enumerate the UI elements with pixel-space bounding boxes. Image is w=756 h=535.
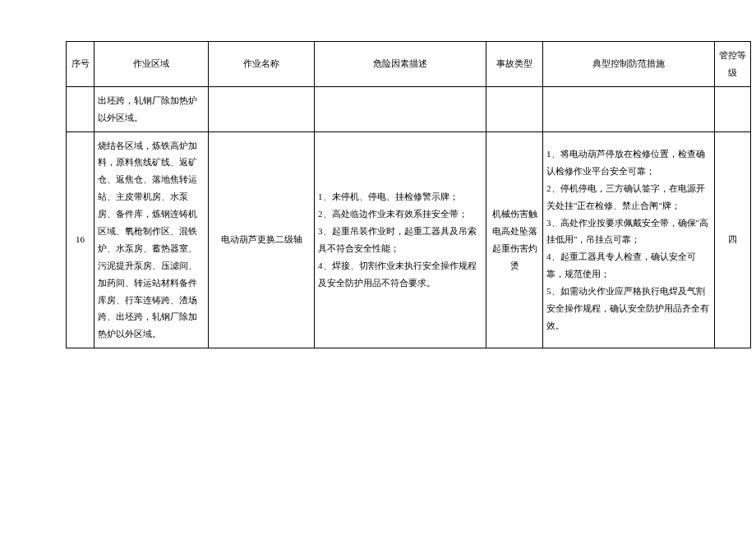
col-hazard: 危险因素描述: [315, 42, 486, 87]
cell-name: [209, 86, 315, 131]
cell-type: [486, 86, 543, 131]
col-measure: 典型控制防范措施: [543, 42, 715, 87]
cell-level: [715, 86, 751, 131]
cell-seq: 16: [67, 131, 94, 348]
cell-hazard: [315, 86, 486, 131]
cell-measure: 1、将电动葫芦停放在检修位置，检查确认检修作业平台安全可靠；2、停机停电，三方确…: [543, 131, 715, 348]
cell-type: 机械伤害触电高处坠落起重伤害灼烫: [486, 131, 543, 348]
table-row: 出坯跨，轧钢厂除加热炉以外区域。: [67, 86, 751, 131]
col-area: 作业区域: [94, 42, 209, 87]
cell-area: 出坯跨，轧钢厂除加热炉以外区域。: [94, 86, 209, 131]
cell-hazard: 1、未停机、停电、挂检修警示牌；2、高处临边作业未有效系挂安全带；3、起重吊装作…: [315, 131, 486, 348]
col-name: 作业名称: [209, 42, 315, 87]
col-level: 管控等级: [715, 42, 751, 87]
col-type: 事故类型: [486, 42, 543, 87]
cell-measure: [543, 86, 715, 131]
cell-name: 电动葫芦更换二级轴: [209, 131, 315, 348]
cell-seq: [67, 86, 94, 131]
col-seq: 序号: [67, 42, 94, 87]
cell-level: 四: [715, 131, 751, 348]
table-row: 16 烧结各区域，炼铁高炉加料，原料焦线矿线、返矿仓、返焦仓、落地焦转运站、主皮…: [67, 131, 751, 348]
cell-area: 烧结各区域，炼铁高炉加料，原料焦线矿线、返矿仓、返焦仓、落地焦转运站、主皮带机房…: [94, 131, 209, 348]
